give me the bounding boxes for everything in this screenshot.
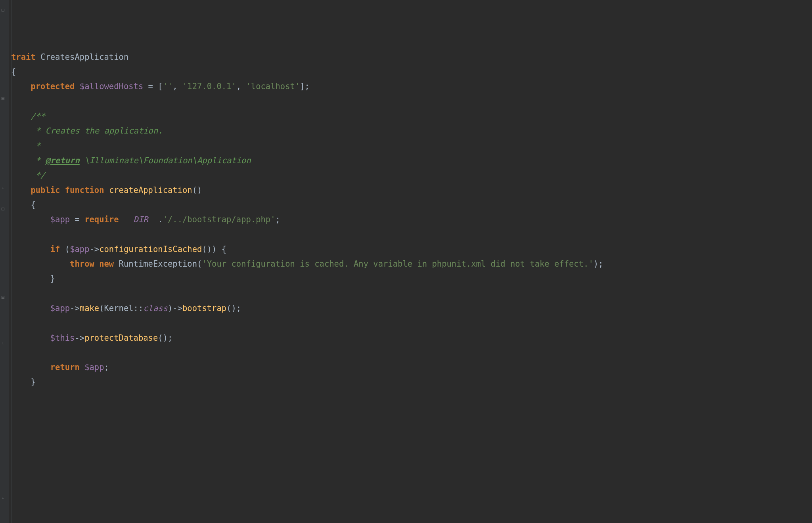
fold-marker-icon[interactable]: ⊟ [1,294,7,300]
fold-end-icon: ⌞ [1,494,7,499]
code-line [11,345,812,360]
code-line: * [11,139,812,153]
code-line: throw new RuntimeException('Your configu… [11,257,812,271]
code-line: } [11,271,812,286]
code-line [11,227,812,242]
fold-end-icon: ⌞ [1,339,7,345]
code-line: */ [11,168,812,183]
fold-marker-icon[interactable]: ⊟ [1,95,7,101]
code-line [11,286,812,301]
fold-marker-icon[interactable]: ⊟ [1,7,7,13]
code-line [11,316,812,330]
code-line: protected $allowedHosts = ['', '127.0.0.… [11,79,812,94]
code-line: $app = require __DIR__.'/../bootstrap/ap… [11,212,812,227]
code-line: { [11,65,812,79]
code-line: { [11,198,812,212]
code-line: public function createApplication() [11,183,812,198]
code-line: /** [11,109,812,124]
code-line [11,94,812,109]
code-line: * Creates the application. [11,124,812,138]
fold-marker-icon[interactable]: ⊟ [1,206,7,212]
folding-gutter[interactable]: ⊟ ⊟ ⌞ ⊟ ⊟ ⌞ ⌞ [0,0,9,523]
code-line: return $app; [11,360,812,375]
code-line: if ($app->configurationIsCached()) { [11,242,812,257]
code-line: * @return \Illuminate\Foundation\Applica… [11,153,812,168]
code-line: $this->protectDatabase(); [11,331,812,345]
code-area[interactable]: trait CreatesApplication{ protected $all… [9,0,812,523]
code-line: } [11,375,812,389]
code-line: $app->make(Kernel::class)->bootstrap(); [11,301,812,316]
code-editor[interactable]: ⊟ ⊟ ⌞ ⊟ ⊟ ⌞ ⌞ trait CreatesApplication{ … [0,0,812,523]
code-line: trait CreatesApplication [11,50,812,65]
fold-end-icon: ⌞ [1,184,7,189]
